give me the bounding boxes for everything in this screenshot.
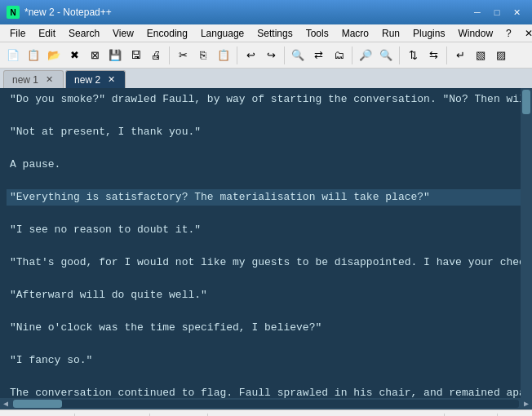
toolbar-sep-3 xyxy=(284,46,285,64)
paste-button[interactable]: 📋 xyxy=(214,46,233,65)
zoom-in-button[interactable]: 🔎 xyxy=(356,46,375,65)
horizontal-scrollbar[interactable]: ◀ ▶ xyxy=(0,398,532,409)
line-6 xyxy=(7,173,521,189)
hscroll-track[interactable] xyxy=(13,400,519,408)
zoom-out-button[interactable]: 🔍 xyxy=(376,46,396,65)
line-17: "I fancy so." xyxy=(7,352,521,369)
wrap-button[interactable]: ↵ xyxy=(450,46,470,65)
copy-button[interactable]: ⎘ xyxy=(193,46,213,65)
find-replace-button[interactable]: ⇄ xyxy=(308,46,328,65)
tab-new2[interactable]: new 2 ✕ xyxy=(65,70,126,88)
tab-bar: new 1 ✕ new 2 ✕ xyxy=(0,69,532,88)
line-12 xyxy=(7,271,521,287)
sync-h-button[interactable]: ⇆ xyxy=(423,46,443,65)
toolbar-sep-4 xyxy=(352,46,352,64)
menu-run[interactable]: Run xyxy=(375,24,406,42)
line-7: "Everything is satisfactory? The materia… xyxy=(7,189,521,206)
line-18 xyxy=(7,369,521,385)
hscroll-left-button[interactable]: ◀ xyxy=(0,398,11,409)
line-3: "Not at present, I thank you." xyxy=(7,124,521,140)
menu-settings[interactable]: Settings xyxy=(250,24,299,42)
line-1: "Do you smoke?" drawled Faull, by way of… xyxy=(7,91,521,108)
status-sep-2 xyxy=(149,414,150,417)
undo-button[interactable]: ↩ xyxy=(241,46,260,65)
line-5: A pause. xyxy=(7,157,521,173)
close-all-button[interactable]: ⊠ xyxy=(85,46,104,65)
toolbar-sep-1 xyxy=(169,46,170,64)
menu-search[interactable]: Search xyxy=(62,24,106,42)
minimize-button[interactable]: ─ xyxy=(468,3,486,21)
tab-new1[interactable]: new 1 ✕ xyxy=(3,70,64,88)
find-files-button[interactable]: 🗂 xyxy=(329,46,348,65)
new-template-button[interactable]: 📋 xyxy=(24,46,43,65)
menu-language[interactable]: Language xyxy=(194,24,250,42)
close-button-tb[interactable]: ✖ xyxy=(64,46,84,65)
cut-button[interactable]: ✂ xyxy=(173,46,193,65)
status-sep-4 xyxy=(444,414,445,417)
status-sep-3 xyxy=(207,414,208,417)
tab-close-new1[interactable]: ✕ xyxy=(43,74,55,86)
line-13: "Afterward will do quite well." xyxy=(7,287,521,303)
line-11: "That's good, for I would not like my gu… xyxy=(7,254,521,271)
menu-macro[interactable]: Macro xyxy=(335,24,375,42)
line-2 xyxy=(7,108,521,124)
toolbar: 📄 📋 📂 ✖ ⊠ 💾 🖫 🖨 ✂ ⎘ 📋 ↩ ↪ 🔍 ⇄ 🗂 🔎 🔍 ⇅ ⇆ … xyxy=(0,42,532,69)
status-sep-5 xyxy=(497,414,498,417)
menu-encoding[interactable]: Encoding xyxy=(140,24,194,42)
titlebar-left: N *new 2 - Notepad++ xyxy=(7,6,112,19)
tab-label-active: new 2 xyxy=(74,74,100,86)
menu-close-button[interactable]: ✕ xyxy=(518,26,532,41)
scrollbar-thumb[interactable] xyxy=(522,90,530,114)
hscroll-thumb[interactable] xyxy=(13,400,62,408)
close-button[interactable]: ✕ xyxy=(508,3,525,21)
sync-v-button[interactable]: ⇅ xyxy=(403,46,423,65)
tab-close-new2[interactable]: ✕ xyxy=(105,74,117,86)
line-4 xyxy=(7,140,521,157)
line-16 xyxy=(7,336,521,352)
redo-button[interactable]: ↪ xyxy=(261,46,281,65)
line-19: The conversation continued to flag. Faul… xyxy=(7,385,521,398)
tab-label: new 1 xyxy=(12,74,38,86)
line-8 xyxy=(7,206,521,222)
line-14 xyxy=(7,303,521,320)
open-button[interactable]: 📂 xyxy=(44,46,64,65)
menu-tools[interactable]: Tools xyxy=(299,24,335,42)
save-all-button[interactable]: 🖫 xyxy=(126,46,145,65)
toolbar-sep-2 xyxy=(237,46,237,64)
menu-plugins[interactable]: Plugins xyxy=(406,24,451,42)
titlebar-controls[interactable]: ─ □ ✕ xyxy=(468,3,525,21)
menu-window[interactable]: Window xyxy=(451,24,499,42)
menubar: File Edit Search View Encoding Language … xyxy=(0,24,532,42)
status-bar: length : 1,166 lines : Ln : 7 Col : 30 S… xyxy=(0,409,532,416)
save-button[interactable]: 💾 xyxy=(105,46,125,65)
toolbar-sep-6 xyxy=(446,46,447,64)
find-button[interactable]: 🔍 xyxy=(288,46,308,65)
toolbar-sep-5 xyxy=(399,46,400,64)
titlebar: N *new 2 - Notepad++ ─ □ ✕ xyxy=(0,0,532,24)
maximize-button[interactable]: □ xyxy=(488,3,506,21)
hscroll-right-button[interactable]: ▶ xyxy=(521,398,532,409)
line-10 xyxy=(7,238,521,254)
print-button[interactable]: 🖨 xyxy=(146,46,166,65)
menu-file[interactable]: File xyxy=(3,24,32,42)
editor-container: "Do you smoke?" drawled Faull, by way of… xyxy=(0,88,532,398)
menu-help[interactable]: ? xyxy=(499,24,518,42)
text-editor[interactable]: "Do you smoke?" drawled Faull, by way of… xyxy=(0,88,521,398)
menu-view[interactable]: View xyxy=(106,24,140,42)
vertical-scrollbar[interactable] xyxy=(521,88,532,398)
window-title: *new 2 - Notepad++ xyxy=(24,7,112,18)
app-icon: N xyxy=(7,6,20,19)
new-button[interactable]: 📄 xyxy=(3,46,23,65)
status-right: Windows (CR LF) UTF-8 INS xyxy=(361,414,525,417)
view1-button[interactable]: ▧ xyxy=(471,46,490,65)
status-sep-1 xyxy=(74,414,75,417)
view2-button[interactable]: ▨ xyxy=(491,46,511,65)
line-9: "I see no reason to doubt it." xyxy=(7,222,521,238)
line-15: "Nine o'clock was the time specified, I … xyxy=(7,320,521,336)
menu-edit[interactable]: Edit xyxy=(32,24,62,42)
